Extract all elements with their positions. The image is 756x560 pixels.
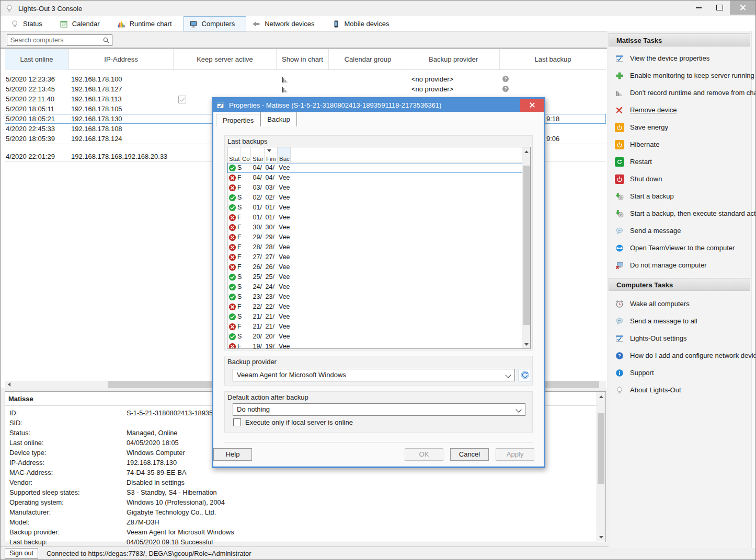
main-tab[interactable]: Computers <box>184 16 247 31</box>
task-item[interactable]: Shut down <box>609 170 752 188</box>
refresh-provider-button[interactable] <box>519 369 531 381</box>
cell-ip-address: 192.168.178.113 <box>71 94 122 104</box>
minimize-button[interactable] <box>688 1 709 15</box>
task-item[interactable]: View the device properties <box>609 50 752 67</box>
list-column-star[interactable]: Star <box>251 147 265 162</box>
backup-start: 30/ <box>250 223 262 232</box>
details-row: Backup provider: Veeam Agent for Microso… <box>5 527 597 537</box>
dialog-button[interactable]: OK <box>405 448 443 461</box>
dialog-button[interactable]: Apply <box>496 448 534 461</box>
task-item[interactable]: Send a message <box>609 222 752 239</box>
column-header-calendar-group[interactable]: Calendar group <box>329 49 407 70</box>
backup-row[interactable]: S 04/ 04/ Vee <box>227 163 523 173</box>
backup-row[interactable]: F 01/ 01/ Vee <box>227 213 523 223</box>
list-column-bac[interactable]: Bac <box>278 147 291 162</box>
task-item[interactable]: Support <box>609 364 752 381</box>
scroll-down-arrow-icon[interactable] <box>597 533 605 541</box>
task-item[interactable]: Restart <box>609 153 752 170</box>
task-item[interactable]: How do I add and configure network devic… <box>609 347 752 364</box>
backups-list-scrollbar[interactable] <box>522 147 530 348</box>
scroll-down-arrow-icon[interactable] <box>522 340 530 348</box>
question-icon[interactable] <box>502 85 509 92</box>
backup-row[interactable]: S 01/ 01/ Vee <box>227 203 523 213</box>
task-item[interactable]: Hibernate <box>609 136 752 153</box>
task-item[interactable]: Do not manage computer <box>609 256 752 274</box>
backup-provider-select[interactable]: Veeam Agent for Microsoft Windows <box>233 369 515 381</box>
table-row[interactable]: 5/2020 22:13:45 192.168.178.127 <no prov… <box>5 84 606 94</box>
backup-row[interactable]: F 04/ 04/ Vee <box>227 173 523 183</box>
task-item[interactable]: Remove device <box>609 101 752 119</box>
backup-result-letter: F <box>237 173 242 183</box>
task-item[interactable]: Start a backup <box>609 188 752 205</box>
scroll-left-arrow-icon[interactable] <box>5 381 13 388</box>
execute-online-checkbox[interactable] <box>233 418 241 426</box>
keep-server-active-checkbox[interactable] <box>178 96 186 103</box>
list-column-stat[interactable]: Stat <box>227 147 240 162</box>
backup-row[interactable]: F 29/ 29/ Vee <box>227 232 523 242</box>
backup-row[interactable]: S 02/ 02/ Vee <box>227 193 523 203</box>
column-header-keep-server-active[interactable]: Keep server active <box>174 49 277 70</box>
task-item[interactable]: Send a message to all <box>609 312 752 330</box>
task-item[interactable]: Start a backup, then execute standard ac… <box>609 205 752 222</box>
chart-color-icon <box>117 19 126 29</box>
backup-row[interactable]: F 28/ 28/ Vee <box>227 242 523 252</box>
maximize-button[interactable] <box>709 1 730 15</box>
backup-provider-group: Backup provider Veeam Agent for Microsof… <box>224 356 533 386</box>
task-item[interactable]: Open TeamViewer to the computer <box>609 239 752 256</box>
task-item[interactable]: Don't record runtime and remove from cha… <box>609 84 752 101</box>
scroll-up-arrow-icon[interactable] <box>597 392 605 401</box>
backup-row[interactable]: F 03/ 03/ Vee <box>227 183 523 193</box>
details-scrollbar-thumb[interactable] <box>598 413 604 484</box>
status-bar: Sign out Connected to https://degas:7783… <box>1 546 755 559</box>
scroll-up-arrow-icon[interactable] <box>522 147 530 156</box>
dialog-button[interactable]: Help <box>213 448 252 461</box>
backup-row[interactable]: F 26/ 26/ Vee <box>227 262 523 272</box>
backup-row[interactable]: S 21/ 21/ Vee <box>227 312 523 322</box>
task-item[interactable]: About Lights-Out <box>609 381 752 399</box>
table-row[interactable]: 5/2020 12:23:36 192.168.178.100 <no prov… <box>5 74 606 84</box>
column-header-last-online[interactable]: Last online <box>5 49 69 70</box>
column-header-ip-address[interactable]: IP-Address <box>69 49 174 70</box>
backup-finish: 30/ <box>263 223 274 232</box>
backup-row[interactable]: S 20/ 20/ Vee <box>227 332 523 342</box>
dialog-button[interactable]: Cancel <box>450 448 489 461</box>
search-input[interactable] <box>7 35 102 45</box>
matisse-tasks-header: Matisse Tasks <box>609 33 750 46</box>
backup-row[interactable]: F 21/ 21/ Vee <box>227 322 523 332</box>
close-button[interactable] <box>730 1 755 15</box>
column-header-backup-provider[interactable]: Backup provider <box>407 49 500 70</box>
backup-row[interactable]: F 22/ 22/ Vee <box>227 302 523 312</box>
main-tab[interactable]: Network devices <box>246 16 326 31</box>
column-header-last-backup[interactable]: Last backup <box>500 49 606 70</box>
backup-row[interactable]: F 27/ 27/ Vee <box>227 252 523 262</box>
main-tab[interactable]: Runtime chart <box>111 16 184 31</box>
dialog-tab[interactable]: Backup <box>260 112 296 126</box>
task-item[interactable]: Wake all computers <box>609 295 752 312</box>
main-tab[interactable]: Calendar <box>54 16 111 31</box>
dialog-tab[interactable]: Properties <box>216 114 260 126</box>
column-header-show-in-chart[interactable]: Show in chart <box>277 49 329 70</box>
properties-icon <box>615 54 624 63</box>
main-tab[interactable]: Mobile devices <box>326 16 401 31</box>
sign-out-button[interactable]: Sign out <box>5 548 38 559</box>
task-item[interactable]: Lights-Out settings <box>609 330 752 347</box>
backup-row[interactable]: S 25/ 25/ Vee <box>227 272 523 282</box>
dialog-titlebar[interactable]: Properties - Matisse (S-1-5-21-318080241… <box>213 99 544 112</box>
question-icon[interactable] <box>502 75 509 83</box>
main-tab[interactable]: Status <box>5 16 54 31</box>
backup-row[interactable]: F 19/ 19/ Vee <box>227 342 523 349</box>
backup-row[interactable]: S 24/ 24/ Vee <box>227 282 523 292</box>
list-column-co[interactable]: Co <box>240 147 251 162</box>
task-item[interactable]: Save energy <box>609 119 752 136</box>
details-row: Model: Z87M-D3H <box>5 517 597 527</box>
backups-scrollbar-thumb[interactable] <box>523 166 530 325</box>
backup-row[interactable]: S 23/ 23/ Vee <box>227 292 523 302</box>
task-label: Hibernate <box>630 141 659 148</box>
backups-list-header: Stat Co Star Fini Bac <box>227 147 523 163</box>
default-action-select[interactable]: Do nothing <box>233 403 525 416</box>
backup-finish: 27/ <box>263 252 274 262</box>
backup-row[interactable]: F 30/ 30/ Vee <box>227 223 523 232</box>
details-vertical-scrollbar[interactable] <box>597 392 605 541</box>
task-item[interactable]: Enable monitoring to keep server running <box>609 67 752 84</box>
dialog-close-button[interactable] <box>520 99 544 112</box>
